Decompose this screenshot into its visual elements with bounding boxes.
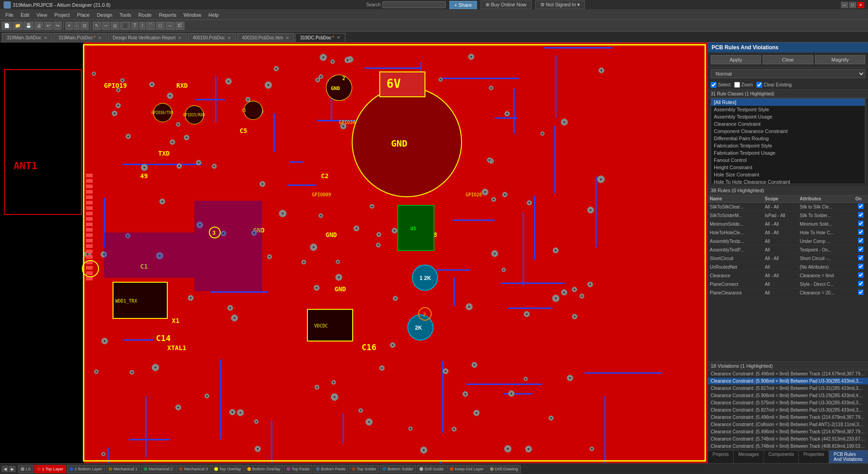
rule-on-checkbox[interactable] — [858, 255, 863, 261]
tab-close-400150-htm[interactable]: ✕ — [286, 36, 289, 40]
menu-view[interactable]: View — [33, 11, 51, 19]
minimize-button[interactable]: ─ — [841, 2, 848, 8]
rule-row[interactable]: HoleToHoleCle... All - All Hole To Hole … — [708, 228, 868, 237]
violation-item[interactable]: Clearance Constraint: (5.827mil < 8mil) … — [708, 385, 868, 392]
violation-item[interactable]: Clearance Constraint: (5.496mil < 8mil) … — [708, 414, 868, 421]
rule-class-fab-style[interactable]: Fabrication Testpoint Style — [711, 142, 865, 149]
rule-row[interactable]: SilkToSolderM... IsPad - All Silk To Sol… — [708, 211, 868, 220]
display-mode-select[interactable]: Normal — [711, 69, 865, 78]
rule-row[interactable]: SilkToSilkClear... All - All Silk to Sil… — [708, 203, 868, 211]
menu-place[interactable]: Place — [74, 11, 94, 19]
tb-dimension[interactable]: ↔ — [165, 22, 175, 30]
menu-file[interactable]: File — [2, 11, 17, 19]
select-checkbox-label[interactable]: Select — [711, 82, 731, 88]
menu-design[interactable]: Design — [93, 11, 116, 19]
rule-on-checkbox[interactable] — [858, 238, 863, 243]
layer-tab-drill-guide[interactable]: Drill Guide — [417, 465, 446, 473]
rule-class-fab-usage[interactable]: Fabrication Testpoint Usage — [711, 149, 865, 156]
rule-on-cell[interactable] — [854, 228, 868, 237]
rule-class-clearance[interactable]: Clearance Constraint — [711, 120, 865, 128]
rule-row[interactable]: ShortCircuit All - All Short Circuit -..… — [708, 254, 868, 263]
tab-319dc[interactable]: 319DC.PcbDoc * ✕ — [295, 33, 345, 42]
bottom-tab-rules[interactable]: PCB Rules And Violations — [829, 450, 868, 463]
clear-existing-checkbox-label[interactable]: Clear Existing — [756, 82, 792, 88]
tb-save[interactable]: 💾 — [24, 22, 33, 30]
tab-drc[interactable]: Design Rule Verification Report ✕ — [108, 33, 187, 42]
layer-tab-mech1[interactable]: Mechanical 1 — [106, 465, 140, 473]
tb-component[interactable]: IC — [175, 22, 184, 30]
tab-pcbdoc[interactable]: 319Main.PcbDoc * ✕ — [53, 33, 107, 42]
tb-zoom-in[interactable]: + — [66, 22, 73, 30]
rule-row[interactable]: Clearance All - All Clearance = 6mil — [708, 271, 868, 280]
tab-close-400150[interactable]: ✕ — [227, 36, 231, 40]
tb-pad[interactable]: ⬛ — [120, 22, 130, 30]
layer-tab-keepout[interactable]: Keep-Out Layer — [447, 465, 486, 473]
rule-row[interactable]: AssemblyTestP... All Testpoint - On... — [708, 246, 868, 254]
zoom-checkbox[interactable] — [734, 82, 740, 88]
global-search-input[interactable] — [382, 1, 446, 8]
rule-on-cell[interactable] — [854, 271, 868, 280]
layer-tab-mech3[interactable]: Mechanical 3 — [176, 465, 211, 473]
tb-select[interactable]: ↖ — [93, 22, 101, 30]
rule-on-cell[interactable] — [854, 254, 868, 263]
rule-class-hole-size[interactable]: Hole Size Constraint — [711, 171, 865, 178]
tb-wire[interactable]: ∼ — [102, 22, 110, 30]
tab-close-drc[interactable]: ✕ — [178, 36, 182, 40]
rule-on-checkbox[interactable] — [858, 281, 863, 286]
rule-on-checkbox[interactable] — [858, 264, 863, 269]
tab-close-schematic[interactable]: ✕ — [44, 36, 47, 40]
buy-online-button[interactable]: ⊕ Buy Online Now — [481, 0, 532, 9]
layer-tab-mech2[interactable]: Mechanical 2 — [141, 465, 175, 473]
rule-class-height[interactable]: Height Constraint — [711, 164, 865, 171]
rule-class-fanout[interactable]: Fanout Control — [711, 156, 865, 164]
close-button[interactable]: ✕ — [857, 2, 864, 8]
tb-poly[interactable]: ⬡ — [156, 22, 165, 30]
rule-on-cell[interactable] — [854, 203, 868, 211]
clear-button[interactable]: Clear — [763, 55, 813, 64]
rule-row[interactable]: UnRoutedNet All (No Attributes) — [708, 263, 868, 271]
menu-project[interactable]: Project — [51, 11, 73, 19]
bottom-tab-components[interactable]: Components — [764, 450, 799, 463]
violation-item[interactable]: Clearance Constraint: (5.906mil < 8mil) … — [708, 378, 868, 385]
layer-tab-top-overlay[interactable]: Top Overlay — [212, 465, 244, 473]
tab-close-319dc[interactable]: ✕ — [337, 35, 340, 40]
tab-400150-htm[interactable]: 400150.PcbDoc.htm ✕ — [237, 33, 294, 42]
tb-text[interactable]: T — [131, 22, 138, 30]
bottom-tab-properties[interactable]: Properties — [799, 450, 829, 463]
layer-tab-bottom-overlay[interactable]: Bottom Overlay — [245, 465, 283, 473]
tb-open[interactable]: 📁 — [13, 22, 23, 30]
violation-item[interactable]: Clearance Constraint: (5.748mil < 6mil) … — [708, 443, 868, 450]
violation-item[interactable]: Clearance Constraint: (5.496mil < 8mil) … — [708, 370, 868, 378]
menu-tools[interactable]: Tools — [116, 11, 135, 19]
rule-on-cell[interactable] — [854, 246, 868, 254]
select-checkbox[interactable] — [711, 82, 717, 88]
violation-item[interactable]: Clearance Constraint: (5.496mil < 8mil) … — [708, 428, 868, 436]
rule-class-diff-pairs[interactable]: Differential Pairs Routing — [711, 135, 865, 142]
rule-row[interactable]: MinimumSolde... All - All Minimum Sold..… — [708, 220, 868, 228]
menu-help[interactable]: Help — [205, 11, 222, 19]
rule-on-checkbox[interactable] — [858, 221, 863, 226]
rule-class-all-rules[interactable]: [All Rules] — [711, 99, 865, 106]
rule-class-assembly-style[interactable]: Assembly Testpoint Style — [711, 106, 865, 113]
tb-via[interactable]: ◎ — [111, 22, 119, 30]
rule-on-checkbox[interactable] — [858, 289, 863, 295]
rule-class-component-clearance[interactable]: Component Clearance Constraint — [711, 128, 865, 135]
violation-item[interactable]: Clearance Constraint: (5.748mil < 6mil) … — [708, 436, 868, 443]
rule-class-hole-clearance[interactable]: Hole To Hole Clearance Constraint — [711, 178, 865, 184]
tab-close-pcbdoc[interactable]: ✕ — [98, 36, 102, 40]
share-button[interactable]: + Share — [449, 1, 477, 9]
rule-on-checkbox[interactable] — [858, 229, 863, 235]
apply-button[interactable]: Apply — [711, 55, 761, 64]
tb-line[interactable]: / — [139, 22, 145, 30]
maximize-button[interactable]: □ — [849, 2, 856, 8]
rule-on-checkbox[interactable] — [858, 212, 863, 218]
layer-tab-ls[interactable]: LS — [18, 465, 33, 473]
violation-item[interactable]: Clearance Constraint: (Collision < 8mil)… — [708, 421, 868, 428]
tb-undo[interactable]: ↩ — [44, 22, 52, 30]
layer-tab-top-paste[interactable]: Top Paste — [284, 465, 312, 473]
rule-on-cell[interactable] — [854, 220, 868, 228]
tb-zoom-fit[interactable]: ⊡ — [80, 22, 89, 30]
bottom-tab-projects[interactable]: Projects — [708, 450, 734, 463]
rule-on-cell[interactable] — [854, 211, 868, 220]
magnify-button[interactable]: Magnify — [815, 55, 865, 64]
